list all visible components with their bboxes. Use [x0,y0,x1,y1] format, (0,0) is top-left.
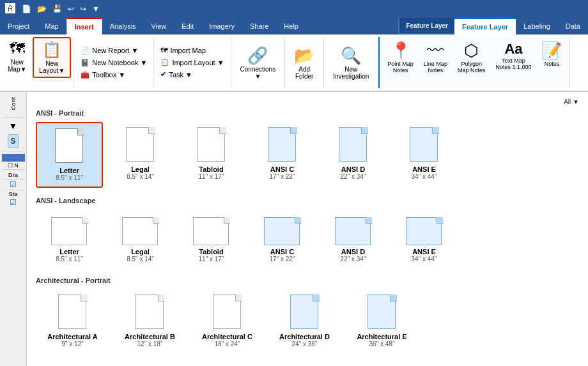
template-ansi-e-portrait[interactable]: ANSI E 34" x 44" [391,122,458,188]
point-map-notes-icon: 📍 [391,41,411,61]
template-arch-d-portrait[interactable]: Architectural D 24" x 36" [268,289,341,353]
new-report-button[interactable]: 📄 New Report ▼ [78,45,150,56]
sidebar-divider-5 [2,190,25,190]
ctx-tab-labeling[interactable]: Labeling [516,18,558,34]
sidebar-divider-3 [2,169,25,170]
tab-edit[interactable]: Edit [174,18,201,34]
new-file-button[interactable]: 📄 [20,3,33,15]
tabloid-portrait-icon [197,127,226,163]
template-panel: All ▼ ANSI - Portrait Letter 8.5" x 11" [27,92,588,366]
search-button[interactable]: S [8,134,18,148]
line-map-notes-button[interactable]: 〰 Line MapNotes [420,38,451,76]
add-folder-group: 📂 AddFolder [285,37,324,88]
connections-icon: 🔗 [247,46,268,66]
filter-all[interactable]: All ▼ [36,98,579,105]
left-sidebar: Cont ▼ S ☐N Dra ☑ Sta [0,92,27,366]
point-map-notes-button[interactable]: 📍 Point MapNotes [383,38,417,76]
new-investigation-icon: 🔍 [341,46,361,66]
new-map-layout-group: 🗺 NewMap▼ 📋 NewLayout▼ [0,37,74,88]
tab-insert[interactable]: Insert [66,18,102,34]
ansi-d-landscape-icon [335,215,372,245]
layer-item-checked[interactable]: ☑ [10,180,17,189]
new-map-button[interactable]: 🗺 NewMap▼ [3,37,31,75]
layer-color-bar-1 [2,154,25,162]
legal-portrait-icon [126,127,155,163]
new-report-icon: 📄 [81,47,89,55]
polygon-map-notes-button[interactable]: ⬡ PolygonMap Notes [454,38,490,76]
ansi-portrait-grid: Letter 8.5" x 11" Legal 8.5" x 14" [36,122,579,188]
import-layout-icon: 📋 [160,58,169,66]
letter-landscape-icon [51,215,88,245]
notes-button[interactable]: 📝 Notes [538,38,566,70]
template-arch-e-portrait[interactable]: Architectural E 36" x 48" [345,289,419,353]
template-letter-portrait[interactable]: Letter 8.5" x 11" [36,122,103,188]
undo-button[interactable]: ↩ [66,3,76,15]
customize-qat-button[interactable]: ▼ [90,3,102,15]
toolbox-button[interactable]: 🧰 Toolbox ▼ [78,70,150,80]
app-window: 🅰 📄 📂 💾 ↩ ↪ ▼ Project Map Insert Analysi… [0,0,588,366]
letter-portrait-icon [55,128,84,164]
arch-d-portrait-icon [290,294,320,330]
draw-label: Dra [8,172,18,178]
sta-label: Sta [8,191,17,197]
import-layout-button[interactable]: 📋 Import Layout ▼ [158,57,226,68]
ansi-landscape-grid: Letter 8.5" x 11" Legal 8.5" x 14" [36,210,579,268]
text-map-notes-button[interactable]: Aa Text MapNotes 1:1,000 [491,38,535,73]
app-logo: 🅰 [5,3,15,15]
tab-map[interactable]: Map [37,18,66,34]
template-ansi-e-landscape[interactable]: ANSI E 34" x 44" [391,210,458,268]
layer-item-n[interactable]: ☐N [8,162,19,169]
template-tabloid-landscape[interactable]: Tabloid 11" x 17" [178,210,245,268]
open-file-button[interactable]: 📂 [35,3,49,15]
template-letter-landscape[interactable]: Letter 8.5" x 11" [36,210,103,268]
tab-share[interactable]: Share [242,18,276,34]
arch-portrait-title: Architectural - Portrait [36,277,579,284]
filter-button[interactable]: ▼ [7,119,20,133]
contents-label: Cont [10,95,17,113]
template-arch-a-portrait[interactable]: Architectural A 9" x 12" [36,289,109,353]
task-button[interactable]: ✔ Task ▼ [158,69,226,80]
tab-help[interactable]: Help [276,18,306,34]
template-ansi-c-landscape[interactable]: ANSI C 17" x 22" [249,210,316,268]
ansi-c-landscape-icon [264,215,301,245]
ansi-e-portrait-icon [410,127,439,163]
add-folder-button[interactable]: 📂 AddFolder [290,43,318,82]
template-ansi-d-landscape[interactable]: ANSI D 22" x 34" [320,210,387,268]
notes-icon: 📝 [541,41,562,61]
map-notes-group: 📍 Point MapNotes 〰 Line MapNotes ⬡ Polyg… [378,37,570,88]
connections-button[interactable]: 🔗 Connections▼ [236,43,280,82]
new-items-group: 📄 New Report ▼ 📓 New Notebook ▼ 🧰 Toolbo… [74,37,154,88]
new-notebook-button[interactable]: 📓 New Notebook ▼ [78,57,150,68]
ctx-tab-data[interactable]: Data [558,18,588,34]
ribbon-content: 🗺 NewMap▼ 📋 NewLayout▼ 📄 New Report ▼ 📓 … [0,34,588,92]
ansi-portrait-title: ANSI - Portrait [36,109,579,117]
template-legal-landscape[interactable]: Legal 8.5" x 14" [107,210,174,268]
import-map-icon: 🗺 [160,47,167,54]
layers-section: ☐N Dra ☑ Sta ☑ [0,154,26,207]
template-arch-b-portrait[interactable]: Architectural B 12" x 18" [113,289,187,353]
template-ansi-d-portrait[interactable]: ANSI D 22" x 34" [320,122,387,188]
contextual-tab-group: Feature Layer Feature Layer Labeling Dat… [398,18,588,34]
arch-c-portrait-icon [213,294,242,330]
tab-project[interactable]: Project [0,18,37,34]
template-tabloid-portrait[interactable]: Tabloid 11" x 17" [178,122,245,188]
template-arch-c-portrait[interactable]: Architectural C 18" x 24" [190,289,264,353]
ctx-tab-feature-layer[interactable]: Feature Layer [454,18,516,34]
tab-imagery[interactable]: Imagery [201,18,242,34]
add-folder-icon: 📂 [294,46,314,66]
template-ansi-c-portrait[interactable]: ANSI C 17" x 22" [249,122,316,188]
save-button[interactable]: 💾 [50,3,64,15]
new-layout-button[interactable]: 📋 NewLayout▼ [33,37,71,78]
tab-view[interactable]: View [144,18,174,34]
sidebar-divider-2 [2,151,25,151]
main-area: Cont ▼ S ☐N Dra ☑ Sta [0,92,588,366]
import-map-button[interactable]: 🗺 Import Map [158,45,226,56]
task-icon: ✔ [160,70,166,79]
arch-b-portrait-icon [135,294,165,330]
redo-button[interactable]: ↪ [78,3,88,15]
new-investigation-button[interactable]: 🔍 NewInvestigation [329,43,373,82]
template-legal-portrait[interactable]: Legal 8.5" x 14" [107,122,174,188]
tab-analysis[interactable]: Analysis [102,18,144,34]
ansi-c-portrait-icon [268,127,297,163]
layer-item-sta[interactable]: ☑ [10,198,17,207]
